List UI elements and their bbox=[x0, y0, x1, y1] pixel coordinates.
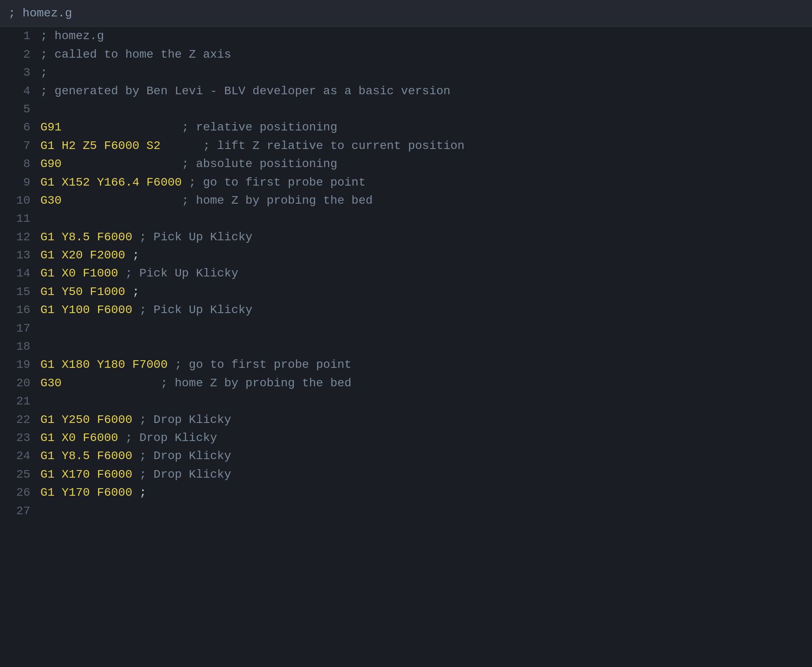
table-row: 6G91 ; relative positioning bbox=[0, 118, 812, 136]
table-row: 12G1 Y8.5 F6000 ; Pick Up Klicky bbox=[0, 228, 812, 246]
keyword-text: G1 Y8.5 F6000 bbox=[40, 449, 132, 462]
comment-text: ; lift Z relative to current position bbox=[161, 139, 465, 152]
line-content bbox=[40, 502, 804, 520]
comment-text: ; Drop Klicky bbox=[132, 449, 231, 462]
table-row: 27 bbox=[0, 502, 812, 520]
line-number: 23 bbox=[8, 429, 30, 447]
keyword-text: G1 Y100 F6000 bbox=[40, 303, 132, 316]
line-number: 10 bbox=[8, 191, 30, 210]
line-number: 25 bbox=[8, 465, 30, 484]
line-content: G30 ; home Z by probing the bed bbox=[40, 191, 804, 210]
line-number: 26 bbox=[8, 484, 30, 502]
line-content bbox=[40, 319, 804, 337]
keyword-text: G91 bbox=[40, 121, 61, 134]
line-number: 24 bbox=[8, 447, 30, 465]
line-content: G1 Y100 F6000 ; Pick Up Klicky bbox=[40, 301, 804, 319]
code-editor: ; homez.g 1; homez.g2; called to home th… bbox=[0, 0, 812, 667]
line-number: 11 bbox=[8, 210, 30, 228]
comment-text: ; bbox=[40, 66, 48, 79]
line-content: G1 Y250 F6000 ; Drop Klicky bbox=[40, 411, 804, 429]
plain-text: ; bbox=[132, 486, 146, 499]
table-row: 1; homez.g bbox=[0, 27, 812, 45]
keyword-text: G1 Y50 F1000 bbox=[40, 285, 125, 298]
comment-text: ; relative positioning bbox=[61, 121, 337, 134]
line-content: G1 H2 Z5 F6000 S2 ; lift Z relative to c… bbox=[40, 137, 804, 155]
table-row: 3; bbox=[0, 64, 812, 82]
line-content: G90 ; absolute positioning bbox=[40, 155, 804, 173]
keyword-text: G30 bbox=[40, 194, 61, 207]
comment-text: ; Drop Klicky bbox=[132, 413, 231, 426]
comment-text: ; home Z by probing the bed bbox=[61, 194, 372, 207]
table-row: 13G1 X20 F2000 ; bbox=[0, 246, 812, 264]
line-content: G1 Y8.5 F6000 ; Drop Klicky bbox=[40, 447, 804, 465]
table-row: 7G1 H2 Z5 F6000 S2 ; lift Z relative to … bbox=[0, 137, 812, 155]
line-number: 1 bbox=[8, 27, 30, 45]
comment-text: ; Pick Up Klicky bbox=[132, 231, 252, 244]
table-row: 4; generated by Ben Levi - BLV developer… bbox=[0, 82, 812, 100]
line-content bbox=[40, 392, 804, 410]
table-row: 5 bbox=[0, 100, 812, 118]
line-number: 20 bbox=[8, 374, 30, 392]
line-content bbox=[40, 100, 804, 118]
line-content: G1 Y170 F6000 ; bbox=[40, 484, 804, 502]
line-content: G1 X20 F2000 ; bbox=[40, 246, 804, 264]
table-row: 8G90 ; absolute positioning bbox=[0, 155, 812, 173]
line-content: G1 Y50 F1000 ; bbox=[40, 283, 804, 301]
comment-text: ; absolute positioning bbox=[61, 157, 337, 170]
line-content: ; homez.g bbox=[40, 27, 804, 45]
line-content bbox=[40, 337, 804, 356]
line-number: 21 bbox=[8, 392, 30, 410]
table-row: 19G1 X180 Y180 F7000 ; go to first probe… bbox=[0, 356, 812, 374]
table-row: 25G1 X170 F6000 ; Drop Klicky bbox=[0, 465, 812, 484]
line-content bbox=[40, 210, 804, 228]
line-content: G1 X170 F6000 ; Drop Klicky bbox=[40, 465, 804, 484]
keyword-text: G1 Y8.5 F6000 bbox=[40, 231, 132, 244]
line-number: 2 bbox=[8, 45, 30, 64]
keyword-text: G1 X0 F1000 bbox=[40, 267, 118, 280]
comment-text: ; Pick Up Klicky bbox=[118, 267, 239, 280]
line-number: 3 bbox=[8, 64, 30, 82]
code-lines: 1; homez.g2; called to home the Z axis3;… bbox=[0, 27, 812, 520]
comment-text: ; home Z by probing the bed bbox=[61, 377, 351, 390]
line-content: G30 ; home Z by probing the bed bbox=[40, 374, 804, 392]
line-number: 5 bbox=[8, 100, 30, 118]
line-content: G1 X0 F1000 ; Pick Up Klicky bbox=[40, 264, 804, 282]
line-number: 7 bbox=[8, 137, 30, 155]
table-row: 17 bbox=[0, 319, 812, 337]
line-number: 19 bbox=[8, 356, 30, 374]
table-row: 21 bbox=[0, 392, 812, 410]
line-number: 27 bbox=[8, 502, 30, 520]
line-content: G91 ; relative positioning bbox=[40, 118, 804, 136]
keyword-text: G1 X170 F6000 bbox=[40, 468, 132, 481]
line-number: 9 bbox=[8, 173, 30, 191]
comment-text: ; generated by Ben Levi - BLV developer … bbox=[40, 85, 451, 98]
line-content: G1 X180 Y180 F7000 ; go to first probe p… bbox=[40, 356, 804, 374]
comment-text: ; homez.g bbox=[40, 29, 104, 43]
keyword-text: G90 bbox=[40, 157, 61, 170]
line-number: 8 bbox=[8, 155, 30, 173]
keyword-text: G30 bbox=[40, 377, 61, 390]
table-row: 24G1 Y8.5 F6000 ; Drop Klicky bbox=[0, 447, 812, 465]
line-number: 17 bbox=[8, 319, 30, 337]
table-row: 22G1 Y250 F6000 ; Drop Klicky bbox=[0, 411, 812, 429]
line-content: ; called to home the Z axis bbox=[40, 45, 804, 64]
line-content: G1 X152 Y166.4 F6000 ; go to first probe… bbox=[40, 173, 804, 191]
line-number: 4 bbox=[8, 82, 30, 100]
line-content: G1 X0 F6000 ; Drop Klicky bbox=[40, 429, 804, 447]
plain-text: ; bbox=[125, 249, 140, 262]
table-row: 23G1 X0 F6000 ; Drop Klicky bbox=[0, 429, 812, 447]
table-row: 16G1 Y100 F6000 ; Pick Up Klicky bbox=[0, 301, 812, 319]
comment-text: ; called to home the Z axis bbox=[40, 48, 231, 61]
keyword-text: G1 X180 Y180 F7000 bbox=[40, 358, 167, 371]
table-row: 18 bbox=[0, 337, 812, 356]
comment-text: ; Drop Klicky bbox=[132, 468, 231, 481]
line-content: ; bbox=[40, 64, 804, 82]
line-number: 14 bbox=[8, 264, 30, 282]
line-content: ; generated by Ben Levi - BLV developer … bbox=[40, 82, 804, 100]
table-row: 2; called to home the Z axis bbox=[0, 45, 812, 64]
line-number: 15 bbox=[8, 283, 30, 301]
comment-text: ; go to first probe point bbox=[182, 176, 366, 189]
keyword-text: G1 Y170 F6000 bbox=[40, 486, 132, 499]
plain-text: ; bbox=[125, 285, 140, 298]
comment-text: ; Drop Klicky bbox=[118, 431, 217, 444]
